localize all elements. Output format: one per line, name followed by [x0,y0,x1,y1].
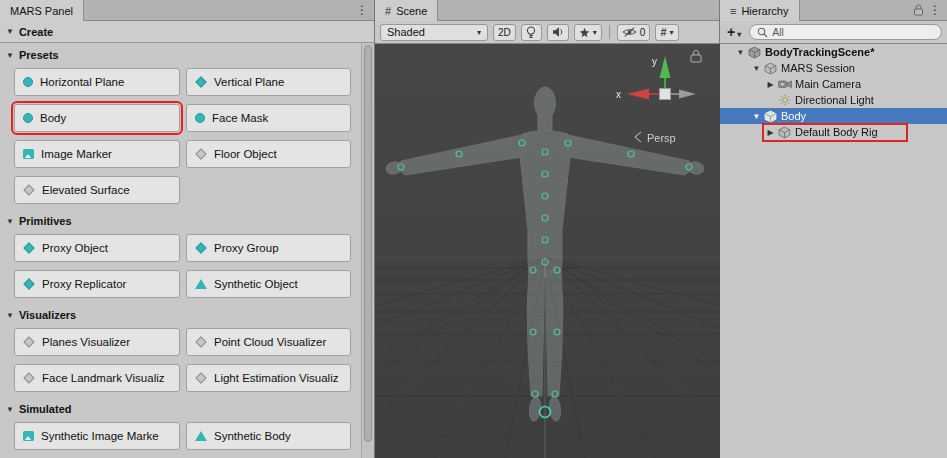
create-header[interactable]: ▼ Create [0,21,374,43]
shading-mode-dropdown[interactable]: Shaded ▾ [380,24,488,41]
button-label: Horizontal Plane [40,76,124,88]
foldout-closed-icon[interactable]: ▶ [764,128,777,137]
section-visualizers-header[interactable]: ▼ Visualizers [0,308,361,322]
button-image-marker[interactable]: Image Marker [14,140,180,168]
scene-effects-dropdown[interactable]: ▾ [574,24,602,41]
button-label: Light Estimation Visualiz [214,372,338,384]
face-landmark-visualizer-icon [23,372,34,383]
gizmo-center-cube[interactable] [660,89,671,100]
mars-scrollbar[interactable] [361,43,374,458]
scene-audio-toggle[interactable] [547,24,569,41]
vertical-plane-icon [195,76,206,87]
button-elevated-surface[interactable]: Elevated Surface [14,176,180,204]
button-proxy-object[interactable]: Proxy Object [14,234,180,262]
button-vertical-plane[interactable]: Vertical Plane [186,68,351,96]
mars-panel-menu-icon[interactable]: ⋮ [356,3,368,17]
hidden-count-label: 0 [640,27,646,38]
body-icon [23,113,33,123]
scene-lighting-toggle[interactable] [521,24,542,41]
camera-icon [777,77,792,91]
foldout-open-icon[interactable]: ▼ [750,64,763,73]
hierarchy-menu-icon[interactable]: ⋮ [929,3,941,17]
section-title: Visualizers [19,309,76,321]
mars-tabstrip: MARS Panel ⋮ [0,0,374,21]
hierarchy-search[interactable] [749,24,942,40]
tab-scene-label: Scene [396,5,427,17]
button-face-landmark-visualizer[interactable]: Face Landmark Visualiz [14,364,180,392]
simulated-grid: Synthetic Image Marke Synthetic Body [14,422,361,450]
button-light-estimation-visualizer[interactable]: Light Estimation Visualiz [186,364,351,392]
add-gameobject-button[interactable]: + ▾ [725,24,743,40]
cube-icon [763,109,778,123]
horizontal-plane-icon [23,77,33,87]
button-synthetic-object[interactable]: Synthetic Object [186,270,351,298]
toolbar-separator [609,25,610,39]
tab-scene[interactable]: # Scene [375,0,438,21]
effects-icon [579,27,590,38]
y-axis-label: y [652,56,657,67]
proxy-replicator-icon [23,278,34,289]
create-header-label: Create [19,26,53,38]
hierarchy-row-body[interactable]: ▼ Body [720,108,947,124]
scene-panel: # Scene Shaded ▾ 2D ▾ [375,0,720,458]
foldout-open-icon: ▼ [6,405,14,414]
mars-content: ▼ Presets Horizontal Plane Vertical Plan… [0,43,361,458]
search-input[interactable] [772,26,934,38]
section-simulated-header[interactable]: ▼ Simulated [0,402,361,416]
search-icon [757,27,768,38]
button-body[interactable]: Body [14,104,180,132]
section-primitives-header[interactable]: ▼ Primitives [0,214,361,228]
scrollbar-thumb[interactable] [364,45,372,442]
chevron-down-icon: ▾ [593,28,597,37]
foldout-open-icon: ▼ [6,311,14,320]
lighting-icon [526,26,536,39]
2d-toggle[interactable]: 2D [493,24,516,41]
button-synthetic-image-marker[interactable]: Synthetic Image Marke [14,422,180,450]
tab-hierarchy-label: Hierarchy [741,5,788,17]
button-label: Proxy Replicator [42,278,126,290]
chevron-down-icon: ▾ [670,28,674,37]
button-proxy-group[interactable]: Proxy Group [186,234,351,262]
button-horizontal-plane[interactable]: Horizontal Plane [14,68,180,96]
point-cloud-visualizer-icon [195,336,206,347]
lock-icon[interactable] [914,4,923,18]
scene-visibility-toggle[interactable]: 0 [617,24,651,41]
hierarchy-row-default-body-rig[interactable]: ▶ Default Body Rig [720,124,947,140]
button-point-cloud-visualizer[interactable]: Point Cloud Visualizer [186,328,351,356]
elevated-surface-icon [23,184,34,195]
image-marker-icon [23,149,34,159]
scene-tabstrip: # Scene [375,0,719,21]
section-presets-header[interactable]: ▼ Presets [0,48,361,62]
hierarchy-tabstrip: ≡ Hierarchy ⋮ [720,0,947,21]
button-synthetic-body[interactable]: Synthetic Body [186,422,351,450]
tab-mars-panel[interactable]: MARS Panel [0,0,84,21]
button-floor-object[interactable]: Floor Object [186,140,351,168]
light-estimation-visualizer-icon [195,372,206,383]
button-label: Image Marker [41,148,112,160]
button-face-mask[interactable]: Face Mask [186,104,351,132]
grid-visibility-dropdown[interactable]: # ▾ [655,24,678,41]
tab-hierarchy[interactable]: ≡ Hierarchy [720,0,800,21]
chevron-down-icon: ▾ [737,30,741,39]
button-label: Body [40,112,66,124]
grid-icon: # [660,26,666,38]
hierarchy-row-directional-light[interactable]: Directional Light [720,92,947,108]
foldout-open-icon: ▼ [6,27,14,36]
scene-viewport[interactable]: y x Persp [375,44,719,458]
button-planes-visualizer[interactable]: Planes Visualizer [14,328,180,356]
button-proxy-replicator[interactable]: Proxy Replicator [14,270,180,298]
button-label: Face Mask [212,112,268,124]
cube-icon [777,125,792,139]
proxy-object-icon [23,242,34,253]
foldout-closed-icon[interactable]: ▶ [764,80,777,89]
hierarchy-row-label: Main Camera [795,78,861,90]
visibility-icon [622,26,637,38]
hierarchy-row-scene[interactable]: ▼ BodyTrackingScene* [720,44,947,60]
foldout-open-icon[interactable]: ▼ [734,48,747,57]
cube-icon [763,61,778,75]
foldout-open-icon[interactable]: ▼ [750,112,763,121]
button-label: Vertical Plane [214,76,284,88]
hierarchy-row-mars-session[interactable]: ▼ MARS Session [720,60,947,76]
hierarchy-row-main-camera[interactable]: ▶ Main Camera [720,76,947,92]
button-label: Elevated Surface [42,184,130,196]
